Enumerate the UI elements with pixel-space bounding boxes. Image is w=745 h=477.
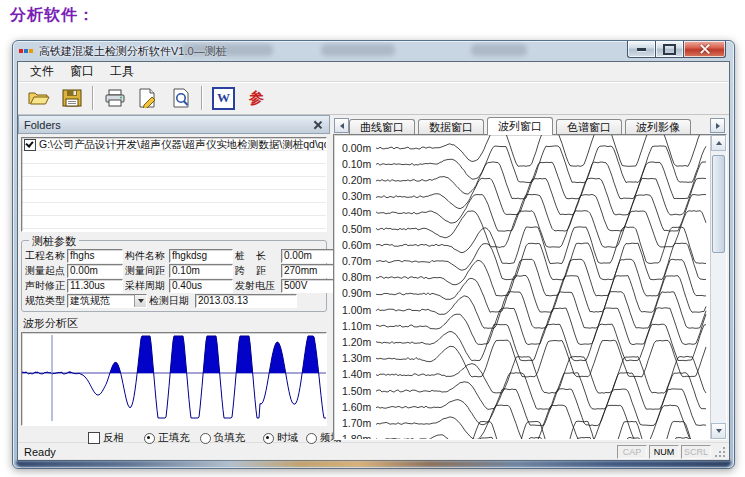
param-input[interactable]: 11.30us bbox=[67, 279, 123, 293]
svg-text:0.90m: 0.90m bbox=[342, 287, 371, 299]
scroll-down-button[interactable] bbox=[711, 423, 726, 439]
word-export-button[interactable]: W bbox=[207, 84, 240, 112]
toolbar: W 参 bbox=[18, 82, 729, 115]
folders-close-button[interactable] bbox=[311, 118, 324, 131]
folders-title: Folders bbox=[24, 119, 61, 131]
window-titlebar[interactable]: 高铁建混凝土检测分析软件V1.0—测桩 bbox=[13, 41, 734, 61]
param-select[interactable]: 建筑规范 bbox=[67, 294, 147, 308]
status-bar: Ready CAPNUMSCRL bbox=[18, 442, 729, 460]
up-arrow-icon bbox=[716, 141, 722, 145]
param-input[interactable]: 0.00m bbox=[67, 264, 123, 278]
word-icon: W bbox=[212, 87, 235, 110]
wavetrain-area[interactable]: 0.00m0.10m0.20m0.30m0.40m0.50m0.60m0.70m… bbox=[333, 134, 727, 440]
scroll-up-button[interactable] bbox=[711, 135, 726, 151]
tab-scroll-left-button[interactable] bbox=[334, 118, 349, 133]
tab-strip: 曲线窗口数据窗口波列窗口色谱窗口波列影像 bbox=[333, 116, 727, 134]
tab-4[interactable]: 波列影像 bbox=[625, 119, 691, 134]
tab-1[interactable]: 数据窗口 bbox=[418, 119, 484, 134]
svg-text:1.10m: 1.10m bbox=[342, 320, 371, 332]
tab-0[interactable]: 曲线窗口 bbox=[349, 119, 415, 134]
close-button[interactable] bbox=[683, 41, 726, 58]
tab-3[interactable]: 色谱窗口 bbox=[556, 119, 622, 134]
menu-item-2[interactable]: 工具 bbox=[102, 61, 142, 82]
maximize-button[interactable] bbox=[655, 41, 683, 58]
print-preview-icon bbox=[170, 88, 192, 108]
save-icon bbox=[61, 88, 83, 108]
param-value: 0.40us bbox=[172, 280, 202, 292]
page-title: 分析软件： bbox=[10, 5, 95, 26]
svg-text:1.20m: 1.20m bbox=[342, 336, 371, 348]
param-value: fhghs bbox=[70, 250, 94, 262]
vertical-scrollbar bbox=[710, 135, 726, 439]
param-label: 发射电压 bbox=[235, 279, 281, 293]
param-value: 270mm bbox=[284, 265, 317, 277]
folder-checkbox-checked[interactable] bbox=[24, 139, 36, 151]
param-input[interactable]: fhgkdsg bbox=[169, 249, 233, 263]
folder-item[interactable]: G:\公司产品设计开发\超声仪器\超声仪实地检测数据\测桩qd\qd03\qd0… bbox=[22, 138, 326, 151]
save-button[interactable] bbox=[55, 84, 88, 112]
folders-panel: Folders G:\公司产品设计开发\超声仪器\超声仪实地检测数据\测桩qd\… bbox=[18, 115, 330, 442]
param-input[interactable]: 0.10m bbox=[169, 264, 233, 278]
menu-item-1[interactable]: 窗口 bbox=[62, 61, 102, 82]
svg-text:1.70m: 1.70m bbox=[342, 417, 371, 429]
open-button[interactable] bbox=[22, 84, 55, 112]
param-input[interactable]: fhghs bbox=[67, 249, 123, 263]
scrollbar-track[interactable] bbox=[711, 151, 726, 423]
svg-text:0.50m: 0.50m bbox=[342, 223, 371, 235]
radio-selected[interactable] bbox=[144, 433, 155, 444]
main-area: Folders G:\公司产品设计开发\超声仪器\超声仪实地检测数据\测桩qd\… bbox=[18, 115, 729, 442]
minimize-icon bbox=[637, 48, 646, 51]
param-label: 桩 长 bbox=[235, 249, 281, 263]
scrollbar-thumb[interactable] bbox=[712, 155, 725, 253]
status-indicator-cap: CAP bbox=[617, 445, 647, 459]
svg-text:0.00m: 0.00m bbox=[342, 142, 371, 154]
report-button[interactable] bbox=[131, 84, 164, 112]
svg-text:1.40m: 1.40m bbox=[342, 368, 371, 380]
page-pencil-icon bbox=[137, 88, 159, 108]
close-icon bbox=[700, 44, 710, 54]
param-label: 测量间距 bbox=[125, 264, 169, 278]
menu-item-0[interactable]: 文件 bbox=[22, 61, 62, 82]
svg-text:1.80m: 1.80m bbox=[342, 433, 371, 439]
param-value: fhgkdsg bbox=[172, 250, 207, 262]
params-button[interactable]: 参 bbox=[240, 84, 273, 112]
svg-text:1.50m: 1.50m bbox=[342, 385, 371, 397]
invert-checkbox[interactable] bbox=[88, 432, 100, 444]
radio-unselected[interactable] bbox=[306, 433, 317, 444]
svg-text:0.10m: 0.10m bbox=[342, 158, 371, 170]
minimize-button[interactable] bbox=[627, 41, 655, 58]
waveform-plot[interactable] bbox=[21, 332, 327, 426]
status-indicators: CAPNUMSCRL bbox=[617, 445, 711, 459]
param-row: 声时修正11.30us采样周期0.40us发射电压500V bbox=[25, 278, 323, 293]
toolbar-separator bbox=[201, 86, 203, 110]
param-value: 2013.03.13 bbox=[198, 295, 248, 307]
param-input[interactable]: 0.40us bbox=[169, 279, 233, 293]
svg-text:0.80m: 0.80m bbox=[342, 271, 371, 283]
radio-unselected[interactable] bbox=[200, 433, 211, 444]
preview-button[interactable] bbox=[164, 84, 197, 112]
param-label: 工程名称 bbox=[25, 249, 67, 263]
folders-list[interactable]: G:\公司产品设计开发\超声仪器\超声仪实地检测数据\测桩qd\qd03\qd0… bbox=[21, 137, 327, 232]
right-arrow-icon bbox=[716, 123, 720, 129]
combo-arrow-icon[interactable] bbox=[134, 295, 146, 307]
param-label: 构件名称 bbox=[125, 249, 169, 263]
tab-scroll-right-button[interactable] bbox=[710, 118, 725, 133]
print-button[interactable] bbox=[98, 84, 131, 112]
param-row: 工程名称fhghs构件名称fhgkdsg桩 长0.00m bbox=[25, 248, 323, 263]
status-indicator-num: NUM bbox=[649, 445, 679, 459]
param-label: 声时修正 bbox=[25, 279, 67, 293]
analysis-waveform bbox=[22, 333, 326, 423]
toolbar-separator bbox=[92, 86, 94, 110]
svg-text:1.30m: 1.30m bbox=[342, 352, 371, 364]
radio-selected[interactable] bbox=[263, 433, 274, 444]
left-arrow-icon bbox=[340, 123, 344, 129]
tab-2-active[interactable]: 波列窗口 bbox=[487, 117, 553, 135]
down-arrow-icon bbox=[716, 429, 722, 433]
desktop-glass-strip bbox=[16, 461, 731, 467]
status-message: Ready bbox=[24, 446, 56, 458]
param-input[interactable]: 2013.03.13 bbox=[195, 294, 297, 308]
folder-open-icon bbox=[27, 88, 51, 108]
resize-grip[interactable] bbox=[714, 446, 726, 458]
titlebar-glass-blob bbox=[321, 44, 395, 56]
svg-text:1.60m: 1.60m bbox=[342, 401, 371, 413]
